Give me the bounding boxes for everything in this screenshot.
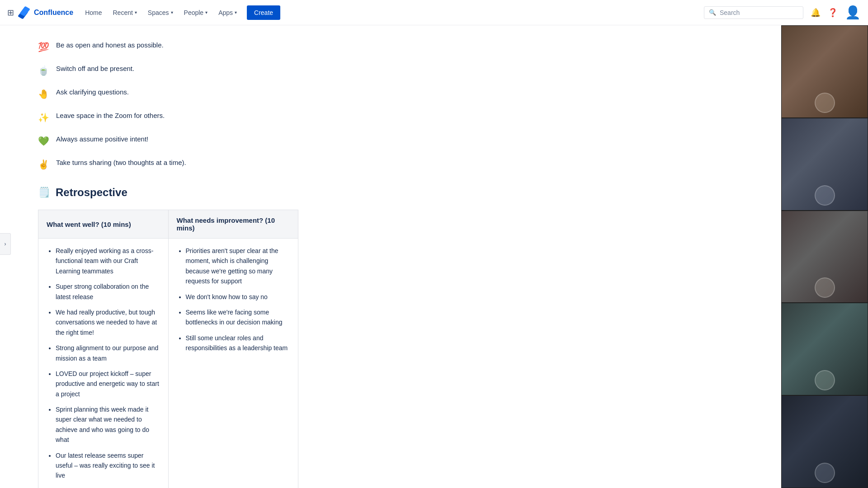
list-item: Priorities aren't super clear at the mom…	[186, 246, 290, 286]
confluence-logo-icon	[18, 6, 30, 19]
nav-links: Home Recent ▾ Spaces ▾ People ▾ Apps ▾ C…	[80, 5, 280, 20]
navigation-bar: ⊞ Confluence Home Recent ▾ Spaces ▾ Peop…	[0, 0, 868, 25]
rule-item: 💯 Be as open and honest as possible.	[38, 40, 298, 54]
rule-emoji: ✨	[38, 110, 51, 125]
rule-emoji: 🤚	[38, 87, 51, 101]
apps-chevron-icon: ▾	[235, 10, 237, 15]
spaces-chevron-icon: ▾	[171, 10, 173, 15]
rule-item: ✨ Leave space in the Zoom for others.	[38, 110, 298, 125]
list-item: Our latest release seems super useful – …	[56, 450, 160, 481]
list-item: Really enjoyed working as a cross-functi…	[56, 246, 160, 276]
rule-emoji: 💯	[38, 40, 51, 54]
logo[interactable]: Confluence	[18, 6, 73, 19]
retrospective-heading: 🗒️ Retrospective	[38, 186, 298, 199]
logo-text: Confluence	[34, 9, 73, 17]
list-item: LOVED our project kickoff – super produc…	[56, 369, 160, 399]
rule-emoji: 🍵	[38, 63, 51, 78]
people-nav-link[interactable]: People ▾	[179, 6, 212, 19]
rule-item: 💚 Always assume positive intent!	[38, 134, 298, 148]
list-item: Sprint planning this week made it super …	[56, 404, 160, 445]
nav-right-section: 🔍 Search 🔔 ❓ 👤	[704, 5, 861, 20]
video-tile-5	[781, 395, 868, 488]
list-item: Strong alignment to our purpose and miss…	[56, 343, 160, 363]
retrospective-emoji: 🗒️	[38, 187, 50, 198]
went-well-list: Really enjoyed working as a cross-functi…	[47, 246, 160, 488]
needs-improvement-cell: Priorities aren't super clear at the mom…	[168, 239, 298, 488]
rule-emoji: 💚	[38, 134, 51, 148]
list-item: Seems like we're facing some bottlenecks…	[186, 307, 290, 328]
retrospective-title: Retrospective	[56, 186, 127, 199]
home-nav-link[interactable]: Home	[80, 6, 106, 19]
went-well-cell: Really enjoyed working as a cross-functi…	[38, 239, 169, 488]
list-item: Super strong collaboration on the latest…	[56, 282, 160, 302]
list-item: Still some unclear roles and responsibil…	[186, 333, 290, 353]
grid-icon[interactable]: ⊞	[7, 8, 14, 18]
needs-improvement-list: Priorities aren't super clear at the mom…	[177, 246, 290, 353]
video-tile-1	[781, 25, 868, 118]
rule-emoji: ✌️	[38, 157, 51, 172]
create-button[interactable]: Create	[247, 5, 280, 20]
rules-list: 💯 Be as open and honest as possible. 🍵 S…	[38, 40, 298, 172]
search-box[interactable]: 🔍 Search	[704, 6, 803, 19]
rule-text: Take turns sharing (two thoughts at a ti…	[56, 157, 186, 168]
rule-text: Ask clarifying questions.	[56, 87, 129, 98]
rule-text: Leave space in the Zoom for others.	[56, 110, 165, 121]
video-panel	[781, 25, 868, 488]
notifications-icon[interactable]: 🔔	[811, 8, 821, 18]
help-icon[interactable]: ❓	[828, 8, 838, 18]
video-tile-2	[781, 118, 868, 211]
list-item: We had really productive, but tough conv…	[56, 307, 160, 338]
rule-item: 🤚 Ask clarifying questions.	[38, 87, 298, 101]
rule-item: 🍵 Switch off and be present.	[38, 63, 298, 78]
needs-improvement-header: What needs improvement? (10 mins)	[168, 210, 298, 239]
chevron-right-icon: ›	[5, 241, 6, 247]
apps-nav-link[interactable]: Apps ▾	[214, 6, 241, 19]
people-chevron-icon: ▾	[205, 10, 208, 15]
rule-text: Switch off and be present.	[56, 63, 134, 74]
video-tile-4	[781, 303, 868, 395]
video-tile-3	[781, 211, 868, 303]
sidebar-toggle-button[interactable]: ›	[0, 233, 11, 255]
spaces-nav-link[interactable]: Spaces ▾	[143, 6, 178, 19]
retrospective-table: What went well? (10 mins) What needs imp…	[38, 210, 298, 488]
recent-nav-link[interactable]: Recent ▾	[108, 6, 141, 19]
rule-item: ✌️ Take turns sharing (two thoughts at a…	[38, 157, 298, 172]
list-item: We don't know how to say no	[186, 292, 290, 302]
went-well-header: What went well? (10 mins)	[38, 210, 169, 239]
rule-text: Be as open and honest as possible.	[56, 40, 164, 51]
list-item: Really appreciate everyone's respect tow…	[56, 486, 160, 488]
recent-chevron-icon: ▾	[135, 10, 137, 15]
search-icon: 🔍	[709, 9, 716, 16]
user-avatar[interactable]: 👤	[845, 5, 861, 20]
rule-text: Always assume positive intent!	[56, 134, 148, 145]
main-content: 💯 Be as open and honest as possible. 🍵 S…	[11, 25, 326, 488]
search-placeholder: Search	[720, 9, 740, 16]
